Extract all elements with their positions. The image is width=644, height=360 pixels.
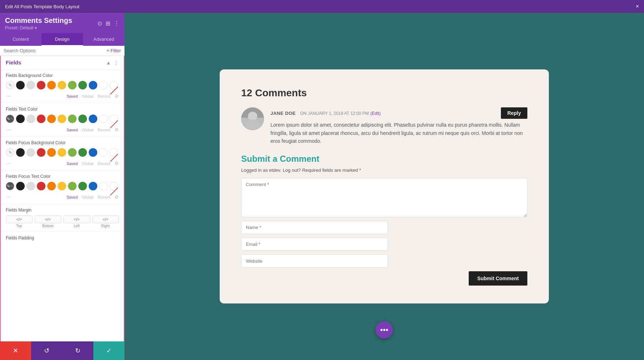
swatch-slash-2[interactable]: [109, 115, 118, 123]
swatch-white-4[interactable]: [99, 182, 108, 190]
swatch-red-3[interactable]: [37, 148, 45, 157]
cancel-button[interactable]: ✕: [0, 341, 31, 360]
logged-in-link[interactable]: Logged in as etdev.: [241, 167, 282, 173]
swatch-white-2[interactable]: [99, 115, 108, 123]
recent-label[interactable]: Recent: [98, 94, 110, 98]
fields-focus-bg-option: Fields Focus Background Color: [1, 137, 124, 158]
section-more-icon[interactable]: ⋮: [114, 60, 119, 65]
swatch-black-2[interactable]: [16, 115, 25, 123]
saved-label-2[interactable]: Saved: [67, 128, 78, 132]
section-collapse-icon[interactable]: ▲: [106, 60, 111, 65]
global-label-4[interactable]: Global: [82, 195, 93, 199]
swatch-eyedrop[interactable]: ✎: [6, 115, 14, 123]
swatch-eyedrop-4[interactable]: ✎: [6, 182, 14, 190]
comment-edit-link[interactable]: (Edit): [370, 111, 381, 116]
global-label-3[interactable]: Global: [82, 161, 93, 166]
tab-advanced[interactable]: Advanced: [83, 33, 125, 46]
swatch-orange-4[interactable]: [47, 182, 56, 190]
recent-label-3[interactable]: Recent: [98, 161, 110, 166]
margin-bottom-input[interactable]: [35, 215, 62, 223]
swatch-light-gray-3[interactable]: [26, 148, 35, 157]
swatch-light-green-4[interactable]: [68, 182, 77, 190]
submit-comment-button[interactable]: Submit Comment: [469, 271, 527, 286]
filter-button[interactable]: + Filter: [107, 48, 121, 53]
swatch-light-green[interactable]: [68, 81, 77, 89]
saved-label-4[interactable]: Saved: [67, 195, 78, 199]
gear-icon-3[interactable]: ⚙: [114, 161, 119, 166]
swatch-red[interactable]: [37, 81, 45, 89]
swatch-black[interactable]: [16, 81, 25, 89]
website-input[interactable]: [241, 254, 388, 268]
swatch-yellow-4[interactable]: [58, 182, 66, 190]
swatch-white[interactable]: [99, 81, 108, 89]
gear-icon-2[interactable]: ⚙: [114, 127, 119, 132]
global-label-2[interactable]: Global: [82, 128, 93, 132]
global-label[interactable]: Global: [82, 94, 93, 98]
name-input[interactable]: [241, 221, 388, 234]
swatch-red-2[interactable]: [37, 115, 45, 123]
margin-left-input[interactable]: [63, 215, 90, 223]
form-fields: [241, 178, 527, 268]
swatch-light-gray[interactable]: [26, 81, 35, 89]
swatch-transparent-3[interactable]: [6, 148, 14, 157]
search-input[interactable]: [4, 48, 104, 53]
comment-meta-left: JANE DOE ON JANUARY 1, 2019 AT 12:00 PM …: [270, 110, 381, 116]
swatch-transparent[interactable]: [6, 81, 14, 89]
comment-meta: JANE DOE ON JANUARY 1, 2019 AT 12:00 PM …: [270, 107, 527, 119]
recent-label-4[interactable]: Recent: [98, 195, 110, 199]
panel-icon-copy[interactable]: ⊙: [97, 20, 102, 27]
saved-label-3[interactable]: Saved: [67, 161, 78, 166]
swatch-light-gray-2[interactable]: [26, 115, 35, 123]
saved-label[interactable]: Saved: [67, 94, 78, 98]
gear-icon[interactable]: ⚙: [114, 93, 119, 99]
swatch-light-green-3[interactable]: [68, 148, 77, 157]
swatch-white-3[interactable]: [99, 148, 108, 157]
undo-button[interactable]: ↺: [31, 341, 62, 360]
swatch-blue-4[interactable]: [89, 182, 97, 190]
swatch-slash[interactable]: [109, 81, 118, 89]
swatch-green-2[interactable]: [78, 115, 87, 123]
panel-icon-more[interactable]: ⋮: [114, 20, 119, 27]
swatch-black-3[interactable]: [16, 148, 25, 157]
margin-right-input[interactable]: [92, 215, 119, 223]
color-footer-text: ··· Saved Global Recent ⚙: [1, 125, 124, 136]
swatch-orange-2[interactable]: [47, 115, 56, 123]
swatch-blue-3[interactable]: [89, 148, 97, 157]
swatch-light-gray-4[interactable]: [26, 182, 35, 190]
swatch-blue-2[interactable]: [89, 115, 97, 123]
swatch-black-4[interactable]: [16, 182, 25, 190]
swatch-orange[interactable]: [47, 81, 56, 89]
swatch-slash-3[interactable]: [109, 148, 118, 157]
gear-icon-4[interactable]: ⚙: [114, 194, 119, 200]
panel-icon-layout[interactable]: ⊞: [106, 20, 110, 27]
swatch-light-green-2[interactable]: [68, 115, 77, 123]
recent-label-2[interactable]: Recent: [98, 128, 110, 132]
log-out-link[interactable]: Log out?: [283, 167, 301, 173]
close-button[interactable]: ×: [636, 3, 639, 10]
email-input[interactable]: [241, 238, 388, 251]
swatch-blue[interactable]: [89, 81, 97, 89]
reply-button[interactable]: Reply: [501, 107, 527, 119]
panel-preset[interactable]: Preset: Default ▾: [5, 25, 72, 30]
swatch-red-4[interactable]: [37, 182, 45, 190]
fields-bg-color-label: Fields Background Color: [6, 73, 119, 78]
swatch-green-3[interactable]: [78, 148, 87, 157]
tab-content[interactable]: Content: [0, 33, 42, 46]
tab-design[interactable]: Design: [42, 33, 83, 46]
swatch-yellow[interactable]: [58, 81, 66, 89]
fab-button[interactable]: •••: [376, 321, 393, 339]
swatch-yellow-3[interactable]: [58, 148, 66, 157]
swatch-orange-3[interactable]: [47, 148, 56, 157]
margin-top-label: Top: [16, 224, 22, 228]
form-row-email: [241, 238, 527, 251]
comment-textarea[interactable]: [241, 178, 527, 217]
swatch-yellow-2[interactable]: [58, 115, 66, 123]
panel-header: Comments Settings Preset: Default ▾ ⊙ ⊞ …: [0, 13, 125, 33]
save-button[interactable]: ✓: [93, 341, 125, 360]
swatch-green-4[interactable]: [78, 182, 87, 190]
swatch-green[interactable]: [78, 81, 87, 89]
swatch-slash-4[interactable]: [109, 182, 118, 190]
redo-button[interactable]: ↻: [62, 341, 93, 360]
margin-top-input[interactable]: [6, 215, 33, 223]
fields-text-color-option: Fields Text Color ✎: [1, 103, 124, 125]
